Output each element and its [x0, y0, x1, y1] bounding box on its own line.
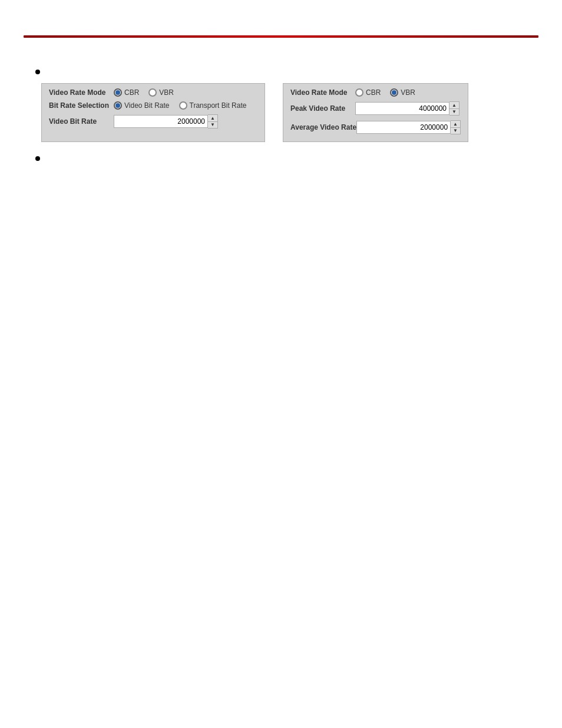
video-rate-mode-label-right: Video Rate Mode — [290, 88, 355, 97]
video-bit-rate-radio-label: Video Bit Rate — [124, 101, 170, 110]
cbr-panel: Video Rate Mode CBR VBR — [41, 83, 265, 142]
content-area: Video Rate Mode CBR VBR — [0, 38, 562, 420]
vbr-radio-circle-left — [148, 88, 157, 97]
peak-video-rate-up-button[interactable]: ▲ — [449, 102, 459, 108]
avg-video-rate-up-button[interactable]: ▲ — [451, 121, 460, 127]
vbr-radio-option-right[interactable]: VBR — [390, 88, 415, 97]
cbr-radio-circle — [114, 88, 122, 97]
peak-video-rate-input[interactable] — [355, 102, 449, 115]
video-bit-rate-down-button[interactable]: ▼ — [208, 121, 217, 128]
rate-mode-radio-group-left: CBR VBR — [114, 88, 174, 97]
video-bit-rate-spinbox-buttons: ▲ ▼ — [208, 114, 218, 129]
bullet-dot-2 — [35, 156, 40, 161]
transport-bit-rate-radio-circle — [179, 101, 187, 110]
bullet-point-2 — [35, 154, 538, 161]
bit-rate-selection-label: Bit Rate Selection — [49, 101, 114, 110]
transport-bit-rate-radio-label: Transport Bit Rate — [190, 101, 247, 110]
peak-video-rate-spinbox: ▲ ▼ — [355, 101, 459, 116]
video-bit-rate-row: Video Bit Rate ▲ ▼ — [49, 114, 257, 129]
vbr-radio-option-left[interactable]: VBR — [148, 88, 174, 97]
cbr-label-left: CBR — [124, 88, 139, 97]
video-bit-rate-input[interactable] — [114, 115, 208, 128]
bit-rate-selection-row: Bit Rate Selection Video Bit Rate Transp… — [49, 101, 257, 110]
peak-video-rate-label: Peak Video Rate — [290, 104, 355, 113]
vbr-label-right: VBR — [401, 88, 415, 97]
cbr-label-right: CBR — [366, 88, 381, 97]
vbr-radio-circle-right — [390, 88, 398, 97]
transport-bit-rate-radio-option[interactable]: Transport Bit Rate — [179, 101, 247, 110]
rate-mode-radio-group-right: CBR VBR — [355, 88, 415, 97]
panels-row: Video Rate Mode CBR VBR — [41, 83, 538, 142]
avg-video-rate-input[interactable] — [356, 121, 451, 134]
video-bit-rate-radio-circle — [114, 101, 122, 110]
video-bit-rate-spinbox: ▲ ▼ — [114, 114, 218, 129]
bullet-section-2 — [24, 154, 538, 161]
cbr-radio-option-right[interactable]: CBR — [355, 88, 381, 97]
peak-video-rate-row: Peak Video Rate ▲ ▼ — [290, 101, 461, 116]
empty-area — [24, 173, 538, 409]
bullet-dot-1 — [35, 70, 40, 74]
avg-video-rate-row: Average Video Rate ▲ ▼ — [290, 120, 461, 134]
avg-video-rate-label: Average Video Rate — [290, 123, 356, 131]
vbr-label-left: VBR — [159, 88, 174, 97]
avg-video-rate-down-button[interactable]: ▼ — [451, 127, 460, 134]
vbr-panel: Video Rate Mode CBR VBR — [283, 83, 468, 142]
cbr-radio-circle-right — [355, 88, 363, 97]
peak-video-rate-spinbox-buttons: ▲ ▼ — [449, 101, 459, 116]
video-rate-mode-row-left: Video Rate Mode CBR VBR — [49, 88, 257, 97]
avg-video-rate-spinbox-buttons: ▲ ▼ — [451, 120, 461, 134]
cbr-radio-option[interactable]: CBR — [114, 88, 139, 97]
video-bit-rate-label: Video Bit Rate — [49, 117, 114, 126]
peak-video-rate-down-button[interactable]: ▼ — [449, 108, 459, 115]
video-bit-rate-up-button[interactable]: ▲ — [208, 115, 217, 121]
bullet-point-1 — [35, 67, 538, 74]
avg-video-rate-spinbox: ▲ ▼ — [356, 120, 461, 134]
bit-rate-radio-group: Video Bit Rate Transport Bit Rate — [114, 101, 246, 110]
video-bit-rate-radio-option[interactable]: Video Bit Rate — [114, 101, 170, 110]
video-rate-mode-row-right: Video Rate Mode CBR VBR — [290, 88, 461, 97]
bullet-section-1: Video Rate Mode CBR VBR — [24, 67, 538, 142]
video-rate-mode-label-left: Video Rate Mode — [49, 88, 114, 97]
